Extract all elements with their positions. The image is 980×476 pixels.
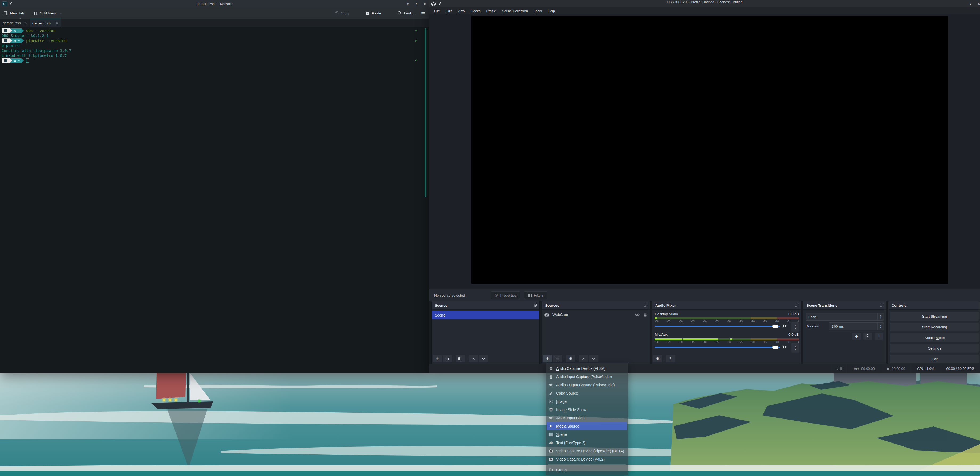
lock-icon[interactable] [644,313,647,317]
menu-item-media-source[interactable]: Media Source [547,422,627,430]
record-status-icon: ● [887,367,889,370]
properties-button[interactable]: ⚙ Properties [491,291,520,299]
duration-spinbox[interactable]: 300 ms ∧∨ [829,322,884,330]
menu-item-group[interactable]: Group [546,466,628,474]
terminal-area[interactable]: ⌂ ~ obs --version ✔ OBS Studio - 30.1.2-… [0,27,429,373]
volume-slider[interactable] [655,347,780,348]
popout-icon[interactable] [795,304,798,307]
menu-item-scene[interactable]: Scene [546,430,628,438]
scene-filters-button[interactable] [456,355,465,362]
menu-item-color-source[interactable]: Color Source [546,389,628,397]
pin-icon[interactable] [9,2,12,6]
menu-help[interactable]: Help [545,9,558,13]
menu-item-image[interactable]: Image [546,397,628,405]
menu-item-jack-input-client[interactable]: JACK Input Client [546,414,628,422]
move-scene-up-button[interactable] [469,355,478,362]
find-button[interactable]: Find... [398,11,414,15]
minimize-icon[interactable]: ∨ [406,2,410,6]
volume-meter [655,338,799,341]
chevron-up-icon [472,358,475,360]
popout-icon[interactable] [533,304,537,307]
hamburger-menu-icon[interactable]: ≡ [421,10,425,16]
scenes-panel-header[interactable]: Scenes [431,301,539,309]
menu-edit[interactable]: Edit [443,9,455,13]
slideshow-icon [549,408,553,412]
menu-scene-collection[interactable]: Scene Collection [499,9,531,13]
menu-docks[interactable]: Docks [468,9,483,13]
transition-select[interactable]: Fade ∧∨ [805,313,884,321]
exit-button[interactable]: Exit [890,355,979,363]
minimize-icon[interactable]: ∨ [968,2,972,6]
scenes-toolbar: + [433,355,488,362]
source-properties-button[interactable]: ⚙ [566,355,575,362]
start-streaming-button[interactable]: Start Streaming [890,312,979,321]
sources-panel-header[interactable]: Sources [542,301,650,309]
speaker-icon[interactable] [783,324,787,328]
tab-gamer-zsh-1[interactable]: gamer : zsh × [0,19,30,27]
menu-item-text-freetype2[interactable]: ab Text (FreeType 2) [546,438,628,447]
menu-file[interactable]: File [431,9,443,13]
copy-button[interactable]: Copy [335,11,350,15]
mixer-options-kebab[interactable]: ⋮ [666,355,675,362]
menu-tools[interactable]: Tools [531,9,545,13]
popout-icon[interactable] [880,304,883,307]
menu-item-audio-output-capture[interactable]: Audio Output Capture (PulseAudio) [546,381,628,389]
menu-item-label: Audio Input Capture (PulseAudio) [556,374,612,379]
menu-item-audio-input-capture[interactable]: Audio Input Capture (PulseAudio) [546,373,628,381]
move-source-down-button[interactable] [589,355,598,362]
remove-source-button[interactable] [553,355,562,362]
tab-close-icon[interactable]: × [24,21,27,25]
spinbox-spinner-icon[interactable]: ∧∨ [877,323,884,330]
add-scene-button[interactable]: + [433,355,442,362]
obs-titlebar[interactable]: OBS 30.1.2-1 - Profile: Untitled - Scene… [429,0,980,8]
eye-slash-icon[interactable] [635,313,640,317]
panel-title: Sources [545,303,559,308]
source-list-item[interactable]: WebCam [542,310,650,319]
tab-gamer-zsh-2[interactable]: gamer : zsh × [30,19,61,27]
audio-mixer-header[interactable]: Audio Mixer [652,301,801,309]
start-recording-button[interactable]: Start Recording [890,323,979,332]
paste-button[interactable]: Paste [366,11,381,15]
speaker-icon[interactable] [783,345,787,349]
menu-item-image-slide-show[interactable]: Image Slide Show [546,405,628,414]
filters-button[interactable]: Filters [524,291,547,299]
menu-item-video-capture-pipewire[interactable]: Video Capture Device (PipeWire) (BETA) [546,447,628,455]
maximize-icon[interactable]: ∧ [414,2,418,6]
advanced-audio-properties-button[interactable]: ⚙ [653,355,662,362]
maximize-icon[interactable]: ∧ [977,2,980,6]
konsole-titlebar[interactable]: >_ gamer : zsh — Konsole ∨ ∧ × [0,0,429,8]
select-spinner-icon[interactable]: ∧∨ [877,313,884,320]
close-icon[interactable]: × [423,2,427,6]
new-tab-button[interactable]: New Tab ⌄ [4,11,24,15]
scene-list-item[interactable]: Scene [432,311,539,319]
add-source-button[interactable]: + [543,355,552,362]
volume-slider[interactable] [655,325,780,327]
tab-close-icon[interactable]: × [56,21,58,25]
split-view-button[interactable]: Split View ⌄ [33,11,62,15]
sources-panel: Sources WebCam + [541,301,650,364]
obs-video-canvas[interactable] [471,16,948,284]
move-source-up-button[interactable] [579,355,588,362]
meter-tick-label: -25 [739,341,743,344]
popout-icon[interactable] [644,304,647,307]
studio-mode-button[interactable]: Studio Mode [890,333,979,342]
channel-options-kebab[interactable]: ⋮ [791,343,799,353]
terminal-scrollbar[interactable] [425,28,426,197]
transition-options-kebab[interactable]: ⋮ [875,333,883,340]
add-transition-button[interactable]: + [852,333,861,340]
remove-scene-button[interactable] [443,355,452,362]
button-label: Start Streaming [922,314,947,318]
channel-options-kebab[interactable]: ⋮ [791,322,799,332]
meter-tick-label: -15 [763,341,767,344]
move-scene-down-button[interactable] [479,355,488,362]
menu-item-video-capture-v4l2[interactable]: Video Capture Device (V4L2) [546,455,628,463]
remove-transition-button[interactable] [863,333,872,340]
pin-icon[interactable] [438,2,441,6]
controls-header[interactable]: Controls [888,301,980,309]
menu-profile[interactable]: Profile [483,9,499,13]
scene-transitions-header[interactable]: Scene Transitions [803,301,886,309]
menu-item-audio-capture-alsa[interactable]: Audio Capture Device (ALSA) [546,364,628,373]
konsole-toolbar: New Tab ⌄ Split View ⌄ Copy Paste [0,8,429,19]
settings-button[interactable]: Settings [890,344,979,353]
menu-view[interactable]: View [455,9,468,13]
